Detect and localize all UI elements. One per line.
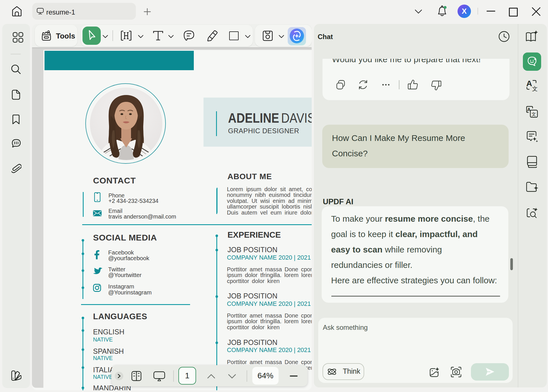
- svg-text:A: A: [526, 79, 532, 88]
- svg-text:文: 文: [531, 112, 536, 117]
- svg-text:A: A: [527, 107, 531, 112]
- svg-text:文: 文: [532, 86, 538, 91]
